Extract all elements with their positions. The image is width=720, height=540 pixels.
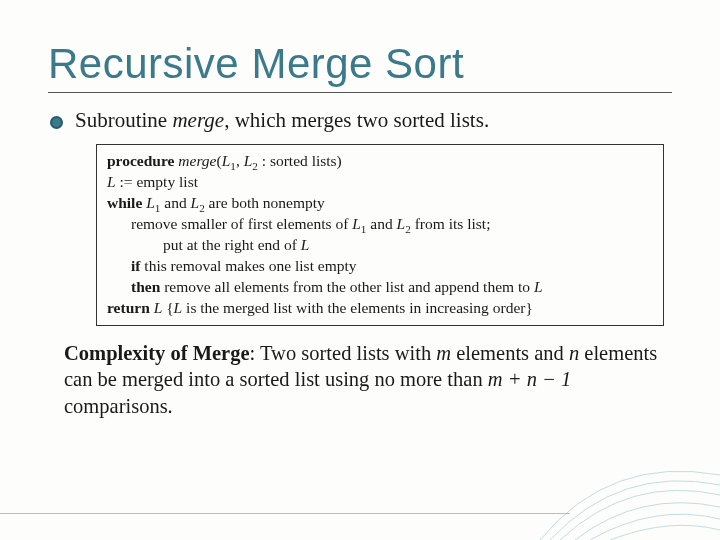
title-underline [48, 92, 672, 93]
bullet-text: Subroutine merge, which merges two sorte… [75, 107, 489, 134]
code-line-5: put at the right end of L [107, 235, 653, 256]
kw-while: while [107, 194, 146, 211]
pseudocode-box: procedure merge(L1, L2 : sorted lists) L… [96, 144, 664, 325]
kw-then: then [131, 278, 160, 295]
bullet-italic: merge [172, 108, 224, 132]
complexity-paragraph: Complexity of Merge: Two sorted lists wi… [64, 340, 662, 420]
proc-name: merge [178, 152, 216, 169]
slide: Recursive Merge Sort Subroutine merge, w… [0, 0, 720, 540]
code-line-4: remove smaller of first elements of L1 a… [107, 214, 653, 235]
bullet-pre: Subroutine [75, 108, 172, 132]
kw-return: return [107, 299, 154, 316]
code-line-2: L := empty list [107, 172, 653, 193]
footer-divider [0, 513, 570, 514]
slide-title: Recursive Merge Sort [48, 40, 672, 88]
code-line-6: if this removal makes one list empty [107, 256, 653, 277]
code-line-1: procedure merge(L1, L2 : sorted lists) [107, 151, 653, 172]
kw-procedure: procedure [107, 152, 178, 169]
decorative-swirl-icon [530, 445, 720, 540]
code-line-8: return L {L is the merged list with the … [107, 298, 653, 319]
code-line-7: then remove all elements from the other … [107, 277, 653, 298]
bullet-post: , which merges two sorted lists. [224, 108, 489, 132]
bullet-item: Subroutine merge, which merges two sorte… [50, 107, 672, 134]
code-line-3: while L1 and L2 are both nonempty [107, 193, 653, 214]
bullet-icon [50, 116, 63, 129]
complexity-heading: Complexity of Merge [64, 342, 250, 364]
